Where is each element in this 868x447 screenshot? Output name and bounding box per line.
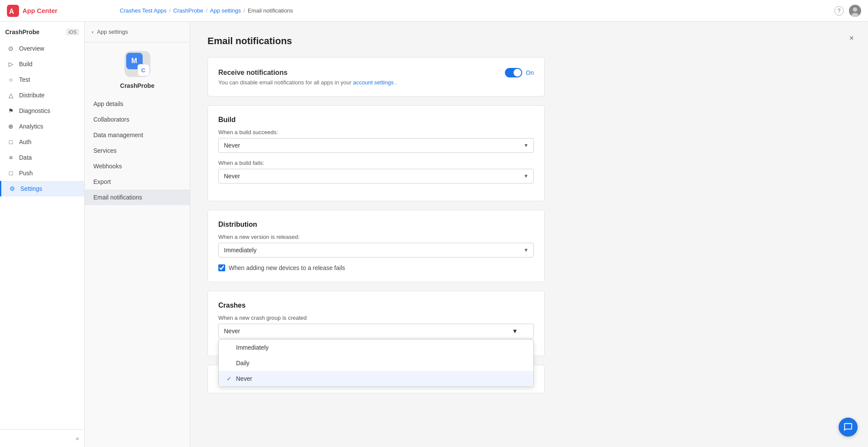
sidebar-item-distribute[interactable]: △ Distribute (0, 87, 84, 103)
topbar: A App Center Crashes Test Apps / CrashPr… (0, 0, 868, 22)
push-icon: □ (7, 170, 15, 177)
distribution-card: Distribution When a new version is relea… (207, 210, 545, 282)
notif-description-end: . (395, 79, 397, 86)
middle-nav-email-notifications[interactable]: Email notifications (85, 190, 190, 205)
breadcrumb-item-1[interactable]: Crashes Test Apps (120, 7, 166, 14)
sidebar-item-test[interactable]: ○ Test (0, 72, 84, 87)
content-area: Email notifications × Receive notificati… (190, 22, 868, 447)
when-crash-select-wrapper: Never ▼ Immediately Daily (218, 324, 534, 338)
middle-nav-collaborators[interactable]: Collaborators (85, 112, 190, 127)
dropdown-check-never: ✓ (226, 375, 233, 382)
chevron-left-icon: « (76, 435, 79, 442)
dropdown-option-immediately[interactable]: Immediately (219, 340, 533, 355)
svg-text:A: A (9, 8, 14, 15)
settings-icon: ⚙ (8, 185, 16, 192)
sidebar-item-label: Data (19, 154, 32, 161)
sidebar-item-label: Push (19, 170, 33, 177)
sidebar-item-overview[interactable]: ⊙ Overview (0, 41, 84, 56)
middle-nav-app-details[interactable]: App details (85, 96, 190, 112)
sidebar-item-push[interactable]: □ Push (0, 165, 84, 181)
breadcrumb-item-2[interactable]: CrashProbe (173, 7, 203, 14)
when-fails-select[interactable]: Never Immediately Daily (218, 169, 534, 183)
overview-icon: ⊙ (7, 45, 15, 52)
when-released-select-wrapper: Immediately Never Daily ▼ (218, 243, 534, 257)
receive-notifications-title: Receive notifications (218, 69, 287, 77)
close-button[interactable]: × (846, 32, 858, 44)
notifications-toggle[interactable] (505, 68, 522, 77)
sidebar-app-name: CrashProbe (5, 29, 39, 35)
back-to-app-settings[interactable]: ‹ App settings (85, 22, 190, 42)
breadcrumb-sep-2: / (206, 7, 207, 14)
sidebar-item-data[interactable]: ≡ Data (0, 150, 84, 165)
crashes-section-title: Crashes (218, 302, 534, 309)
sidebar-collapse-button[interactable]: « (0, 429, 84, 447)
sidebar-item-auth[interactable]: □ Auth (0, 134, 84, 150)
sidebar-item-label: Analytics (19, 123, 43, 130)
sidebar-item-label: Overview (19, 45, 44, 52)
notif-description: You can disable email notifications for … (218, 79, 534, 86)
when-fails-select-wrapper: Never Immediately Daily ▼ (218, 169, 534, 183)
when-released-group: When a new version is released: Immediat… (218, 234, 534, 257)
topbar-actions: ? (834, 5, 861, 17)
dropdown-option-never[interactable]: ✓ Never (219, 371, 533, 386)
app-avatar: M C (124, 51, 150, 77)
when-succeeds-label: When a build succeeds: (218, 129, 534, 135)
notif-title-row: Receive notifications On (218, 68, 534, 77)
breadcrumb-item-3[interactable]: App settings (210, 7, 241, 14)
middle-nav-export[interactable]: Export (85, 174, 190, 190)
when-released-select[interactable]: Immediately Never Daily (218, 243, 534, 257)
chat-icon (843, 422, 853, 432)
device-fails-checkbox-row: When adding new devices to a release fai… (218, 264, 534, 271)
breadcrumb: Crashes Test Apps / CrashProbe / App set… (120, 7, 829, 14)
breadcrumb-sep-1: / (169, 7, 171, 14)
user-avatar[interactable] (849, 5, 861, 17)
analytics-icon: ⊕ (7, 123, 15, 130)
when-crash-select-display[interactable]: Never ▼ (218, 324, 534, 338)
middle-nav-webhooks[interactable]: Webhooks (85, 158, 190, 174)
sidebar-item-diagnostics[interactable]: ⚑ Diagnostics (0, 103, 84, 119)
sidebar-item-label: Diagnostics (19, 107, 50, 114)
dropdown-option-label: Daily (236, 360, 249, 367)
dropdown-option-label: Immediately (236, 344, 268, 351)
middle-nav-services[interactable]: Services (85, 143, 190, 158)
sidebar-item-settings[interactable]: ⚙ Settings (0, 181, 84, 196)
crashes-card: Crashes When a new crash group is create… (207, 291, 545, 356)
build-card: Build When a build succeeds: Never Immed… (207, 105, 545, 201)
sidebar-item-label: Build (19, 61, 32, 68)
when-crash-group: When a new crash group is created Never … (218, 315, 534, 338)
when-crash-value: Never (224, 328, 240, 334)
avatar-letter-c: C (137, 64, 150, 76)
content-header: Email notifications (207, 35, 545, 47)
breadcrumb-sep-3: / (243, 7, 245, 14)
device-fails-checkbox[interactable] (218, 264, 225, 271)
sidebar-app-header: CrashProbe iOS (0, 25, 84, 41)
chat-button[interactable] (839, 418, 858, 437)
toggle-group: On (505, 68, 534, 77)
when-succeeds-select[interactable]: Never Immediately Daily (218, 138, 534, 153)
device-fails-checkbox-label: When adding new devices to a release fai… (229, 264, 345, 271)
breadcrumb-item-4: Email notifications (248, 7, 293, 14)
middle-panel: ‹ App settings M C CrashProbe App detail… (85, 22, 190, 447)
diagnostics-icon: ⚑ (7, 107, 15, 114)
select-arrow-icon-4: ▼ (512, 328, 518, 334)
topbar-app-name: App Center (22, 7, 57, 14)
build-icon: ▷ (7, 61, 15, 68)
sidebar-item-label: Settings (20, 185, 42, 192)
sidebar-item-analytics[interactable]: ⊕ Analytics (0, 119, 84, 134)
dropdown-check-immediately (226, 344, 233, 351)
sidebar-item-build[interactable]: ▷ Build (0, 56, 84, 72)
when-crash-label: When a new crash group is created (218, 315, 534, 321)
crash-dropdown-menu: Immediately Daily ✓ Never (218, 339, 534, 387)
back-label: App settings (97, 29, 128, 35)
dropdown-option-daily[interactable]: Daily (219, 355, 533, 371)
sidebar-item-label: Auth (19, 138, 32, 145)
when-fails-label: When a build fails: (218, 160, 534, 166)
account-settings-link[interactable]: account settings (353, 79, 394, 86)
help-button[interactable]: ? (834, 6, 844, 16)
topbar-logo: A App Center (7, 5, 115, 17)
sidebar-item-label: Distribute (19, 92, 45, 99)
back-chevron-icon: ‹ (92, 29, 93, 35)
receive-notifications-card: Receive notifications On You can disable… (207, 57, 545, 96)
sidebar-item-label: Test (19, 76, 30, 83)
middle-nav-data-management[interactable]: Data management (85, 127, 190, 143)
